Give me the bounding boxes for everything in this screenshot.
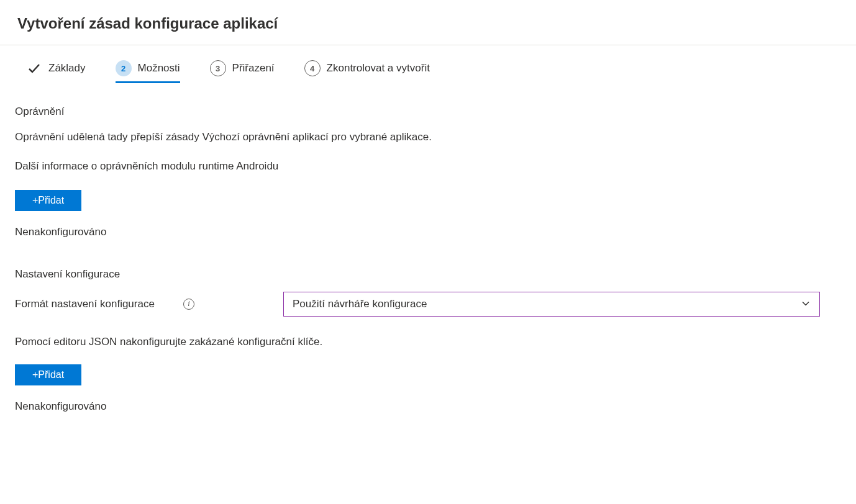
step-review-create[interactable]: 4 Zkontrolovat a vytvořit — [304, 60, 430, 83]
step-options[interactable]: 2 Možnosti — [116, 60, 180, 83]
step-number-icon: 4 — [304, 60, 321, 76]
chevron-down-icon — [801, 298, 811, 310]
permissions-heading: Oprávnění — [15, 106, 841, 118]
config-format-dropdown[interactable]: Použití návrháře konfigurace — [283, 292, 820, 317]
config-settings-heading: Nastavení konfigurace — [15, 268, 841, 281]
json-editor-description: Pomocí editoru JSON nakonfigurujte zakáz… — [15, 334, 841, 350]
config-status: Nenakonfigurováno — [15, 400, 841, 413]
permissions-status: Nenakonfigurováno — [15, 226, 841, 238]
permissions-description: Oprávnění udělená tady přepíší zásady Vý… — [15, 129, 841, 145]
checkmark-icon — [26, 60, 42, 76]
permissions-learn-more-link[interactable]: Další informace o oprávněních modulu run… — [15, 160, 841, 173]
step-number-icon: 3 — [210, 60, 226, 76]
step-assignments[interactable]: 3 Přiřazení — [210, 60, 275, 83]
step-label: Přiřazení — [232, 62, 275, 74]
wizard-stepper: Základy 2 Možnosti 3 Přiřazení 4 Zkontro… — [15, 60, 841, 83]
add-config-button[interactable]: +Přidat — [15, 364, 81, 385]
step-basics[interactable]: Základy — [26, 60, 86, 83]
add-permission-button[interactable]: +Přidat — [15, 190, 81, 211]
step-number-icon: 2 — [116, 60, 132, 76]
config-format-label: Formát nastavení konfigurace — [15, 298, 155, 310]
step-label: Možnosti — [138, 62, 180, 74]
dropdown-value: Použití návrháře konfigurace — [293, 298, 427, 310]
page-title: Vytvoření zásad konfigurace aplikací — [17, 15, 839, 32]
info-icon[interactable]: i — [183, 299, 194, 310]
step-label: Zkontrolovat a vytvořit — [327, 62, 430, 74]
step-label: Základy — [48, 62, 86, 74]
config-format-row: Formát nastavení konfigurace i Použití n… — [15, 292, 841, 317]
